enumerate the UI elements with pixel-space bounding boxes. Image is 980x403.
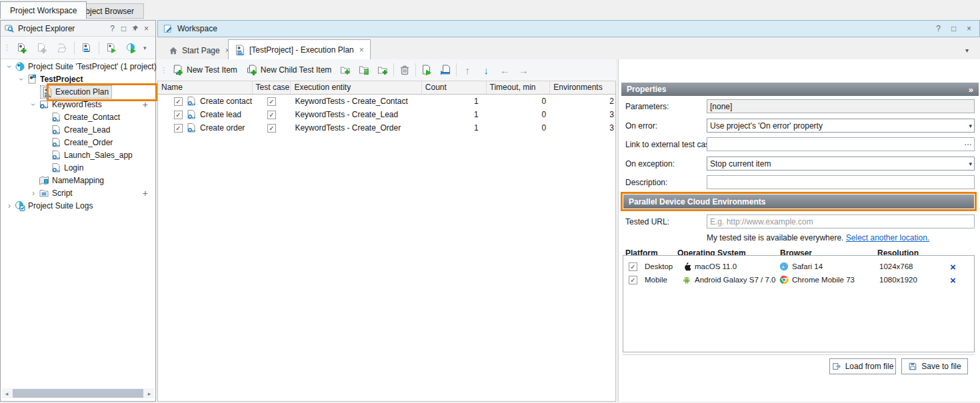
- tree-item-execution-plan[interactable]: Execution Plan: [1, 85, 155, 98]
- tree-item-project-suite-logs[interactable]: › Project Suite Logs: [1, 199, 155, 212]
- tree-horizontal-scrollbar[interactable]: ◂ ▸: [2, 388, 154, 398]
- row-enabled-checkbox[interactable]: ✓: [174, 124, 183, 133]
- grid-row-create-order[interactable]: ✓ Create order ✓ KeywordTests - Create_O…: [158, 121, 615, 135]
- timeout-value[interactable]: 0: [487, 95, 551, 108]
- column-header-timeout[interactable]: Timeout, min: [487, 81, 551, 94]
- tree-item-create-order[interactable]: Create_Order: [1, 136, 155, 149]
- tab-list-dropdown-icon[interactable]: ▾: [965, 47, 969, 54]
- tree-item-namemapping[interactable]: NameMapping: [1, 174, 155, 187]
- run-options-dropdown-icon[interactable]: ▾: [143, 45, 147, 51]
- tab-execution-plan[interactable]: [TestProject] - Execution Plan ×: [228, 39, 371, 59]
- count-value[interactable]: 1: [422, 108, 487, 121]
- tree-item-script[interactable]: › Script +: [1, 187, 155, 199]
- tree-item-create-contact[interactable]: Create_Contact: [1, 111, 155, 123]
- parameters-field[interactable]: [none]: [707, 99, 975, 113]
- scrollbar-thumb[interactable]: [13, 389, 143, 398]
- add-script-button[interactable]: +: [143, 188, 148, 199]
- parallel-section-header[interactable]: Parallel Device Cloud Environments: [623, 195, 974, 208]
- scroll-left-icon[interactable]: ◂: [2, 390, 11, 397]
- link-to-external-input[interactable]: [707, 137, 975, 151]
- selected-tree-item[interactable]: Execution Plan: [40, 85, 112, 99]
- test-case-checkbox[interactable]: ✓: [267, 111, 276, 119]
- collapse-panel-icon[interactable]: »: [969, 85, 973, 95]
- tree-item-project-suite[interactable]: › Project Suite 'TestProject' (1 project…: [1, 60, 155, 73]
- column-header-count[interactable]: Count: [422, 81, 487, 94]
- count-value[interactable]: 1: [422, 95, 487, 108]
- environment-row-desktop[interactable]: ✓ Desktop macOS 11.0 Safari 14 1024x768 …: [623, 260, 974, 273]
- chevron-expanded-icon[interactable]: ›: [5, 61, 14, 72]
- help-icon[interactable]: ?: [933, 24, 943, 33]
- move-down-button[interactable]: ↓: [478, 65, 494, 76]
- run-project-button[interactable]: [103, 40, 119, 56]
- toolbar-grip[interactable]: ⋮: [160, 66, 167, 75]
- on-error-select[interactable]: Use project's 'On error' property ▾: [707, 119, 975, 133]
- column-header-name[interactable]: Name: [158, 81, 253, 94]
- chevron-expanded-icon[interactable]: ›: [29, 99, 38, 110]
- run-project-suite-button[interactable]: [123, 40, 139, 56]
- help-icon[interactable]: ?: [107, 24, 117, 33]
- tree-item-keywordtests[interactable]: › KeywordTests +: [1, 98, 155, 111]
- grid-row-create-contact[interactable]: ✓ Create contact ✓ KeywordTests - Create…: [158, 95, 615, 108]
- test-case-checkbox[interactable]: ✓: [267, 97, 276, 106]
- run-from-selected-button[interactable]: [437, 62, 453, 78]
- tree-item-login[interactable]: Login: [1, 161, 155, 174]
- chevron-expanded-icon[interactable]: ›: [17, 74, 26, 85]
- close-icon[interactable]: ×: [141, 24, 151, 33]
- tree-item-launch-sales-app[interactable]: Launch_Sales_app: [1, 149, 155, 161]
- timeout-value[interactable]: 0: [487, 108, 551, 121]
- description-input[interactable]: [707, 175, 975, 189]
- tab-start-page[interactable]: Start Page ×: [163, 42, 236, 59]
- close-tab-icon[interactable]: ×: [359, 45, 364, 55]
- run-test-item-button[interactable]: [419, 62, 435, 78]
- new-group-button[interactable]: [337, 62, 353, 78]
- chevron-collapsed-icon[interactable]: ›: [28, 189, 39, 198]
- add-keyword-test-button[interactable]: +: [143, 99, 148, 110]
- delete-button[interactable]: [397, 62, 413, 78]
- group-list-button[interactable]: [356, 62, 372, 78]
- close-icon[interactable]: ×: [964, 24, 974, 33]
- pin-icon[interactable]: [130, 24, 140, 33]
- tree-item-testproject[interactable]: › TestProject: [1, 73, 155, 85]
- grid-row-create-lead[interactable]: ✓ Create lead ✓ KeywordTests - Create_Le…: [158, 108, 615, 121]
- timeout-value[interactable]: 0: [487, 121, 551, 135]
- tree-item-create-lead[interactable]: Create_Lead: [1, 123, 155, 136]
- select-location-link[interactable]: Select another location.: [846, 233, 929, 242]
- column-header-environments[interactable]: Environments: [550, 81, 615, 94]
- add-existing-item-button-disabled[interactable]: [54, 40, 70, 56]
- browse-ellipsis-button[interactable]: …: [964, 138, 972, 147]
- row-enabled-checkbox[interactable]: ✓: [174, 97, 183, 106]
- new-test-item-button[interactable]: New Test Item: [169, 63, 241, 77]
- add-new-project-button[interactable]: [14, 40, 30, 56]
- move-to-group-button[interactable]: [375, 62, 391, 78]
- chevron-collapsed-icon[interactable]: ›: [4, 201, 15, 210]
- environments-value[interactable]: 2: [550, 95, 615, 108]
- remove-environment-icon[interactable]: ×: [950, 261, 956, 272]
- move-up-button[interactable]: ↑: [459, 65, 475, 76]
- properties-section-header[interactable]: Properties »: [621, 83, 979, 96]
- environment-checkbox[interactable]: ✓: [629, 276, 637, 284]
- row-enabled-checkbox[interactable]: ✓: [174, 111, 183, 119]
- environments-value[interactable]: 3: [550, 108, 615, 121]
- column-header-execution-entity[interactable]: Execution entity: [291, 81, 421, 94]
- environment-checkbox[interactable]: ✓: [629, 262, 637, 271]
- on-exception-select[interactable]: Stop current item ▾: [707, 157, 975, 171]
- tested-url-input[interactable]: [707, 214, 975, 228]
- new-child-test-item-button[interactable]: New Child Test Item: [243, 63, 335, 77]
- move-right-button[interactable]: →: [515, 65, 531, 76]
- count-value[interactable]: 1: [422, 121, 487, 135]
- tab-project-workspace[interactable]: Project Workspace: [0, 1, 87, 19]
- test-case-checkbox[interactable]: ✓: [267, 124, 276, 133]
- scroll-right-icon[interactable]: ▸: [145, 390, 154, 397]
- organize-tests-button[interactable]: [79, 40, 95, 56]
- save-to-file-button[interactable]: Save to file: [901, 358, 968, 374]
- toolbar-grip[interactable]: ⋮: [3, 43, 10, 52]
- move-left-button[interactable]: ←: [497, 65, 513, 76]
- remove-environment-icon[interactable]: ×: [950, 274, 956, 286]
- environment-row-mobile[interactable]: ✓ Mobile Android Galaxy S7 / 7.0 Chrome …: [623, 273, 974, 286]
- load-from-file-button[interactable]: Load from file: [829, 358, 896, 374]
- add-new-item-button-disabled[interactable]: [34, 40, 50, 56]
- maximize-icon[interactable]: □: [949, 24, 959, 33]
- maximize-icon[interactable]: □: [119, 24, 129, 33]
- environments-value[interactable]: 3: [550, 121, 615, 135]
- column-header-test-case[interactable]: Test case: [253, 81, 291, 94]
